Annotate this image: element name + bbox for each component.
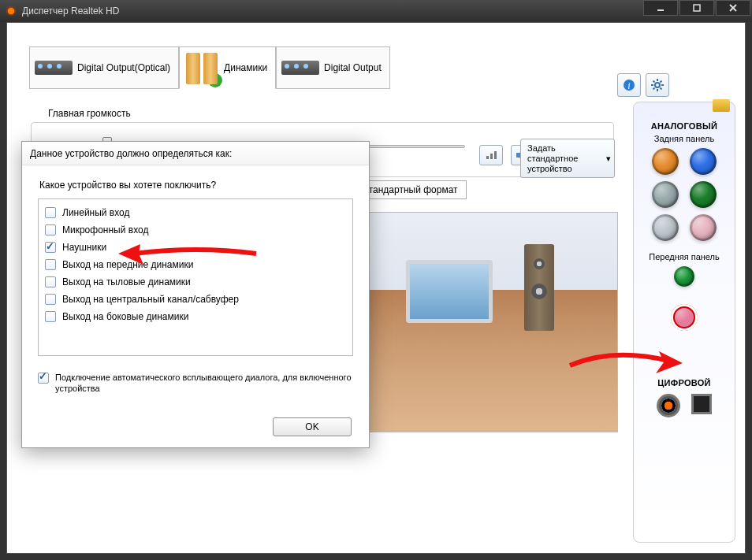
volume-slider[interactable] xyxy=(39,134,465,137)
app-icon xyxy=(5,5,17,17)
speaker-room-preview[interactable] xyxy=(366,212,618,432)
minimize-button[interactable] xyxy=(643,0,678,16)
auto-popup-option[interactable]: Подключение автоматического всплывающего… xyxy=(38,372,353,394)
jack-rear-pink[interactable] xyxy=(690,214,717,241)
set-default-device-button[interactable]: Задать стандартное устройство ▾ xyxy=(520,139,615,178)
device-type-dialog: Данное устройство должно определяться ка… xyxy=(21,141,370,448)
settings-button[interactable] xyxy=(646,73,669,97)
folder-icon xyxy=(713,99,730,112)
app-body: Digital Output(Optical) Динамики Digital… xyxy=(6,22,746,554)
jack-panel: АНАЛОГОВЫЙ Задняя панель Передняя панель… xyxy=(633,102,735,543)
dialog-option-list: Линейный вход Микрофонный вход Наушники … xyxy=(38,198,353,356)
jack-rear-gray[interactable] xyxy=(652,214,679,241)
tab-speakers[interactable]: Динамики xyxy=(179,46,276,89)
dialog-question: Какое устройство вы хотете поключить? xyxy=(39,180,369,191)
tab-label: Digital Output xyxy=(324,62,382,73)
jack-rear-blue[interactable] xyxy=(690,148,717,175)
option-label: Выход на центральный канал/сабвуфер xyxy=(62,294,239,305)
svg-line-13 xyxy=(661,81,662,83)
jack-front-green[interactable] xyxy=(674,266,694,287)
floor-speaker-icon xyxy=(524,244,554,331)
monitor-icon xyxy=(406,260,493,323)
checkbox[interactable] xyxy=(45,294,56,305)
checkbox[interactable] xyxy=(45,207,56,218)
jack-digital-coax[interactable] xyxy=(657,394,680,417)
checkbox[interactable] xyxy=(45,311,56,322)
svg-rect-15 xyxy=(486,156,489,159)
checkbox[interactable] xyxy=(45,224,56,235)
close-button[interactable] xyxy=(716,0,750,16)
option-rear-speakers[interactable]: Выход на тыловые динамики xyxy=(45,273,346,291)
balance-button[interactable] xyxy=(479,145,503,165)
info-button[interactable]: i xyxy=(617,73,641,97)
jack-rear-orange[interactable] xyxy=(652,148,679,175)
option-side-speakers[interactable]: Выход на боковые динамики xyxy=(45,308,346,325)
main-volume-title: Главная громкость xyxy=(48,108,131,119)
tab-digital-output-optical[interactable]: Digital Output(Optical) xyxy=(29,46,179,89)
option-line-in[interactable]: Линейный вход xyxy=(45,204,346,221)
svg-text:i: i xyxy=(627,80,630,91)
option-label: Выход на боковые динамики xyxy=(62,311,188,322)
control-icons: i xyxy=(617,73,669,97)
rear-jacks xyxy=(634,148,735,241)
digital-jacks xyxy=(634,394,735,417)
checkbox[interactable] xyxy=(38,373,49,384)
jack-rear-black[interactable] xyxy=(652,181,679,208)
tab-label: Digital Output(Optical) xyxy=(77,62,170,73)
svg-rect-16 xyxy=(490,154,493,159)
option-front-speakers[interactable]: Выход на передние динамики xyxy=(45,256,346,273)
checkbox[interactable] xyxy=(45,259,56,270)
receiver-icon xyxy=(35,61,73,75)
option-headphones[interactable]: Наушники xyxy=(45,239,346,256)
window-controls xyxy=(642,0,750,16)
option-mic-in[interactable]: Микрофонный вход xyxy=(45,221,346,239)
svg-line-14 xyxy=(653,88,655,90)
rear-panel-label: Задняя панель xyxy=(634,134,735,143)
dialog-title: Данное устройство должно определяться ка… xyxy=(22,142,369,165)
jack-digital-optical[interactable] xyxy=(691,394,712,414)
subtab-default-format[interactable]: Стандартный формат xyxy=(353,180,467,199)
window-title: Диспетчер Realtek HD xyxy=(22,6,119,17)
maximize-button[interactable] xyxy=(679,0,714,16)
set-default-label: Задать стандартное устройство xyxy=(527,143,598,174)
svg-point-6 xyxy=(655,83,660,87)
svg-rect-1 xyxy=(694,5,700,11)
front-panel-label: Передняя панель xyxy=(634,252,735,261)
jack-rear-green[interactable] xyxy=(690,181,717,208)
option-label: Выход на тыловые динамики xyxy=(62,276,191,287)
receiver-icon xyxy=(281,61,319,75)
ok-button[interactable]: OK xyxy=(273,417,352,436)
option-center-sub[interactable]: Выход на центральный канал/сабвуфер xyxy=(45,291,346,308)
option-label: Микрофонный вход xyxy=(62,224,148,235)
speakers-icon xyxy=(184,51,219,84)
tab-label: Динамики xyxy=(224,62,267,73)
option-label: Линейный вход xyxy=(62,207,130,218)
analog-heading: АНАЛОГОВЫЙ xyxy=(634,121,735,131)
option-label: Наушники xyxy=(62,242,106,253)
svg-line-11 xyxy=(653,81,655,83)
chevron-down-icon: ▾ xyxy=(606,154,611,164)
checkbox[interactable] xyxy=(45,242,56,253)
svg-rect-17 xyxy=(494,151,497,159)
digital-heading: ЦИФРОВОЙ xyxy=(634,378,735,388)
svg-line-12 xyxy=(661,88,662,90)
device-tabs: Digital Output(Optical) Динамики Digital… xyxy=(29,46,390,89)
tab-digital-output[interactable]: Digital Output xyxy=(276,46,390,89)
jack-front-pink-active[interactable] xyxy=(671,304,698,331)
checkbox[interactable] xyxy=(45,276,56,287)
option-label: Выход на передние динамики xyxy=(62,259,193,270)
window-titlebar: Диспетчер Realtek HD xyxy=(0,0,752,22)
auto-popup-label: Подключение автоматического всплывающего… xyxy=(55,372,353,394)
